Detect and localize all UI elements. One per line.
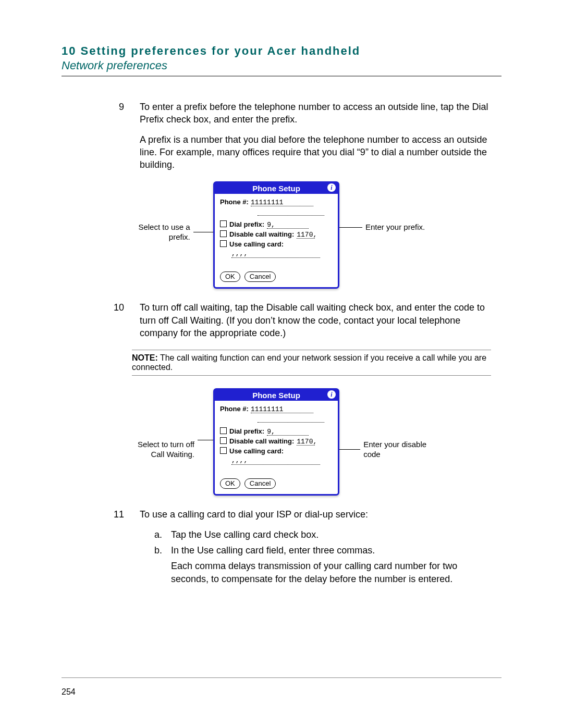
calling-card-label: Use calling card: xyxy=(229,240,284,248)
dialog-title: Phone Setup xyxy=(252,391,300,400)
callout-right: Enter your disable code xyxy=(363,440,438,460)
chapter-title: 10 Setting preferences for your Acer han… xyxy=(62,44,501,58)
cancel-button[interactable]: Cancel xyxy=(244,478,276,489)
disable-call-waiting-label: Disable call waiting: xyxy=(229,437,294,445)
dial-prefix-label: Dial prefix: xyxy=(229,427,264,435)
callout-right: Enter your prefix. xyxy=(365,223,425,232)
calling-card-label: Use calling card: xyxy=(229,447,284,455)
disable-call-waiting-checkbox[interactable] xyxy=(220,230,227,237)
substep-text: In the Use calling card field, enter thr… xyxy=(171,544,491,557)
dialog-titlebar: Phone Setup i xyxy=(215,390,338,401)
note-label: NOTE: xyxy=(132,353,158,362)
phone-field[interactable]: 11111111 xyxy=(251,199,313,206)
note-text: The call waiting function can end your n… xyxy=(132,353,486,372)
dialog-title: Phone Setup xyxy=(252,184,300,193)
footer-rule xyxy=(62,677,501,678)
substep-text: Tap the Use calling card check box. xyxy=(171,528,319,541)
phone-setup-dialog: Phone Setup i Phone #: 11111111 Dial pre… xyxy=(213,388,339,496)
callout-line xyxy=(339,227,362,228)
calling-card-field[interactable]: ,,,, xyxy=(231,456,320,465)
dial-prefix-checkbox[interactable] xyxy=(220,427,227,434)
dial-prefix-field[interactable]: 9, xyxy=(267,428,309,436)
phone-field[interactable]: 11111111 xyxy=(251,406,313,413)
phone-field-line2[interactable] xyxy=(258,415,324,423)
note-rule-top xyxy=(132,350,491,350)
note-rule-bottom xyxy=(132,375,491,376)
callout-line xyxy=(198,440,213,441)
figure-phone-setup-1: Select to use a prefix. Phone Setup i Ph… xyxy=(62,181,501,289)
step-text: A prefix is a number that you dial befor… xyxy=(140,133,491,171)
phone-field-line2[interactable] xyxy=(258,208,324,216)
substep-letter: b. xyxy=(154,544,162,585)
page-number: 254 xyxy=(62,687,76,697)
substep-letter: a. xyxy=(154,528,162,541)
figure-phone-setup-2: Select to turn off Call Waiting. Phone S… xyxy=(62,388,501,496)
phone-label: Phone #: xyxy=(220,405,249,413)
disable-call-waiting-label: Disable call waiting: xyxy=(229,230,294,238)
callout-left: Select to use a prefix. xyxy=(125,223,190,242)
phone-label: Phone #: xyxy=(220,198,249,206)
disable-call-waiting-field[interactable]: 1170, xyxy=(297,438,315,446)
ok-button[interactable]: OK xyxy=(220,478,240,489)
calling-card-field[interactable]: ,,,, xyxy=(231,250,320,258)
disable-call-waiting-checkbox[interactable] xyxy=(220,437,227,444)
dial-prefix-checkbox[interactable] xyxy=(220,220,227,227)
dial-prefix-field[interactable]: 9, xyxy=(267,221,309,229)
calling-card-checkbox[interactable] xyxy=(220,447,227,454)
callout-left: Select to turn off Call Waiting. xyxy=(125,440,194,460)
disable-call-waiting-field[interactable]: 1170, xyxy=(297,231,315,239)
calling-card-checkbox[interactable] xyxy=(220,240,227,247)
substep-extra: Each comma delays transmission of your c… xyxy=(171,560,491,585)
step-number: 10 xyxy=(62,301,140,347)
cancel-button[interactable]: Cancel xyxy=(244,272,276,282)
header-rule xyxy=(62,76,501,77)
step-text: To enter a prefix before the telephone n… xyxy=(140,101,491,126)
callout-line xyxy=(339,449,360,450)
step-text: To use a calling card to dial your ISP o… xyxy=(140,508,491,521)
info-icon[interactable]: i xyxy=(327,390,336,399)
dialog-titlebar: Phone Setup i xyxy=(215,183,338,194)
ok-button[interactable]: OK xyxy=(220,272,240,282)
info-icon[interactable]: i xyxy=(327,183,336,192)
step-number: 9 xyxy=(62,101,140,178)
step-text: To turn off call waiting, tap the Disabl… xyxy=(140,301,491,339)
section-subtitle: Network preferences xyxy=(62,59,501,72)
step-number: 11 xyxy=(62,508,140,588)
dial-prefix-label: Dial prefix: xyxy=(229,220,264,228)
phone-setup-dialog: Phone Setup i Phone #: 11111111 Dial pre… xyxy=(213,181,339,289)
callout-line xyxy=(193,232,213,233)
